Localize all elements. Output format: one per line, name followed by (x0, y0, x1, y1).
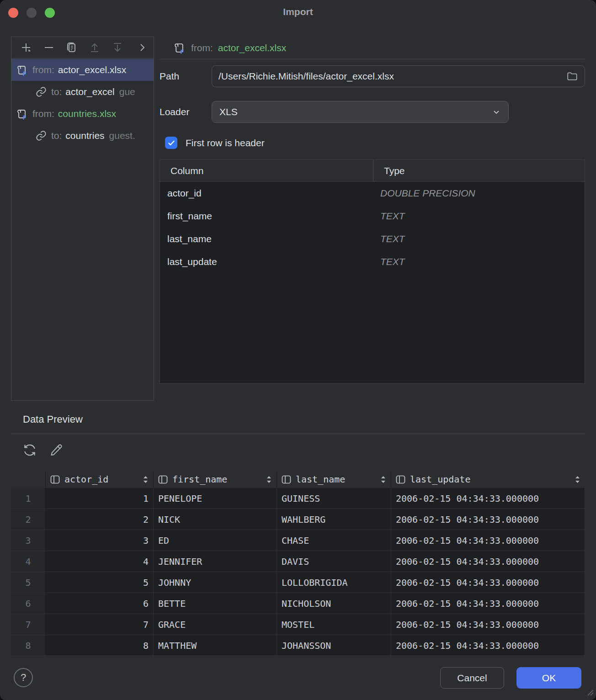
checkmark-icon (167, 139, 176, 147)
preview-table-header: actor_id first_name last_name (11, 471, 585, 488)
table-row[interactable]: 44JENNIFERDAVIS2006-02-15 04:34:33.00000… (11, 551, 585, 572)
mapping-column-type[interactable]: DOUBLE PRECISION (373, 188, 585, 199)
table-row[interactable]: 11PENELOPEGUINESS2006-02-15 04:34:33.000… (11, 488, 585, 509)
table-cell[interactable]: GRACE (154, 614, 277, 635)
table-cell[interactable]: 3 (46, 530, 154, 551)
table-cell[interactable]: 2006-02-15 04:34:33.000000 (391, 614, 585, 635)
edit-pencil-icon[interactable] (48, 442, 64, 458)
mapping-column-name[interactable]: last_name (160, 233, 373, 244)
table-cell[interactable]: DAVIS (277, 551, 391, 572)
table-cell[interactable]: ED (154, 530, 277, 551)
table-cell[interactable]: BETTE (154, 593, 277, 614)
add-icon[interactable] (16, 39, 36, 56)
mapping-column-type[interactable]: TEXT (373, 233, 585, 244)
table-row[interactable]: 88MATTHEWJOHANSSON2006-02-15 04:34:33.00… (11, 635, 585, 655)
table-cell[interactable]: MOSTEL (277, 614, 391, 635)
table-cell[interactable]: 7 (46, 614, 154, 635)
sort-icon[interactable] (380, 476, 386, 483)
chevron-right-icon[interactable] (135, 39, 149, 56)
row-number: 5 (11, 572, 46, 593)
table-cell[interactable]: 2006-02-15 04:34:33.000000 (391, 635, 585, 655)
column-header-actor-id[interactable]: actor_id (46, 471, 154, 488)
table-cell[interactable]: 2006-02-15 04:34:33.000000 (391, 530, 585, 551)
table-cell[interactable]: MATTHEW (154, 635, 277, 655)
refresh-icon[interactable] (22, 442, 37, 458)
table-row[interactable]: actor_id DOUBLE PRECISION (160, 182, 585, 205)
column-icon (50, 475, 60, 484)
column-header-last-name[interactable]: last_name (277, 471, 391, 488)
table-row[interactable]: 77GRACEMOSTEL2006-02-15 04:34:33.000000 (11, 614, 585, 635)
sort-icon[interactable] (143, 476, 149, 483)
data-preview-table: actor_id first_name last_name (11, 471, 585, 655)
table-cell[interactable]: NICHOLSON (277, 593, 391, 614)
sort-icon[interactable] (575, 476, 580, 483)
table-cell[interactable]: JENNIFER (154, 551, 277, 572)
tree-item-to-actor-excel[interactable]: to: actor_excel gue (11, 81, 154, 103)
table-cell[interactable]: CHASE (277, 530, 391, 551)
tree-item-from-actor-excel[interactable]: F from: actor_excel.xlsx (11, 59, 154, 81)
data-preview-title: Data Preview (23, 414, 83, 425)
table-cell[interactable]: 5 (46, 572, 154, 593)
table-cell[interactable]: GUINESS (277, 488, 391, 509)
mapping-column-type[interactable]: TEXT (373, 256, 585, 267)
table-row[interactable]: 55JOHNNYLOLLOBRIGIDA2006-02-15 04:34:33.… (11, 572, 585, 593)
folder-icon[interactable] (566, 70, 578, 82)
dialog-footer: ? Cancel OK (0, 655, 596, 700)
duplicate-icon[interactable] (62, 39, 82, 56)
preview-table-body: 11PENELOPEGUINESS2006-02-15 04:34:33.000… (11, 488, 585, 655)
table-cell[interactable]: 2006-02-15 04:34:33.000000 (391, 572, 585, 593)
resize-grip-icon[interactable] (585, 687, 594, 698)
table-cell[interactable]: 4 (46, 551, 154, 572)
table-cell[interactable]: 2006-02-15 04:34:33.000000 (391, 593, 585, 614)
path-input[interactable]: /Users/Richie.Mitish/files/actor_excel.x… (212, 65, 585, 87)
column-icon (282, 475, 291, 484)
tree-item-suffix: guest. (109, 130, 135, 141)
row-number: 8 (11, 635, 46, 655)
table-cell[interactable]: WAHLBERG (277, 509, 391, 530)
window-title: Import (0, 6, 596, 17)
mapping-column-name[interactable]: actor_id (160, 188, 373, 199)
data-preview-toolbar (22, 442, 64, 458)
table-cell[interactable]: 2006-02-15 04:34:33.000000 (391, 551, 585, 572)
table-cell[interactable]: JOHANSSON (277, 635, 391, 655)
table-row[interactable]: 22NICKWAHLBERG2006-02-15 04:34:33.000000 (11, 509, 585, 530)
table-cell[interactable]: 2 (46, 509, 154, 530)
source-file-header: F from: actor_excel.xlsx (160, 37, 585, 59)
table-cell[interactable]: 2006-02-15 04:34:33.000000 (391, 509, 585, 530)
mapping-column-name[interactable]: last_update (160, 256, 373, 267)
mapping-header-column[interactable]: Column (160, 160, 373, 181)
table-cell[interactable]: 8 (46, 635, 154, 655)
tree-item-name: actor_excel.xlsx (58, 64, 126, 75)
table-cell[interactable]: 6 (46, 593, 154, 614)
mapping-header-type[interactable]: Type (373, 160, 585, 181)
import-dialog: Import (0, 0, 596, 700)
move-up-icon[interactable] (85, 39, 105, 56)
tree-item-from-countries[interactable]: F from: countries.xlsx (11, 103, 154, 125)
table-row[interactable]: last_name TEXT (160, 228, 585, 250)
table-cell[interactable]: 2006-02-15 04:34:33.000000 (391, 488, 585, 509)
move-down-icon[interactable] (107, 39, 128, 56)
table-cell[interactable]: LOLLOBRIGIDA (277, 572, 391, 593)
sort-icon[interactable] (266, 476, 272, 483)
table-row[interactable]: first_name TEXT (160, 205, 585, 228)
tree-item-to-countries[interactable]: to: countries guest. (11, 125, 154, 147)
path-label: Path (160, 71, 212, 82)
table-cell[interactable]: NICK (154, 509, 277, 530)
table-cell[interactable]: PENELOPE (154, 488, 277, 509)
mapping-column-type[interactable]: TEXT (373, 211, 585, 222)
mapping-column-name[interactable]: first_name (160, 211, 373, 222)
remove-icon[interactable] (39, 39, 59, 56)
column-header-last-update[interactable]: last_update (391, 471, 585, 488)
first-row-header-checkbox[interactable] (165, 137, 177, 149)
cancel-button[interactable]: Cancel (440, 667, 504, 689)
help-icon[interactable]: ? (14, 668, 33, 687)
table-cell[interactable]: JOHNNY (154, 572, 277, 593)
loader-select[interactable]: XLS (212, 101, 509, 123)
ok-button[interactable]: OK (516, 667, 581, 689)
table-cell[interactable]: 1 (46, 488, 154, 509)
title-bar: Import (0, 0, 596, 26)
table-row[interactable]: 66BETTENICHOLSON2006-02-15 04:34:33.0000… (11, 593, 585, 614)
column-header-first-name[interactable]: first_name (154, 471, 277, 488)
table-row[interactable]: last_update TEXT (160, 250, 585, 273)
table-row[interactable]: 33EDCHASE2006-02-15 04:34:33.000000 (11, 530, 585, 551)
